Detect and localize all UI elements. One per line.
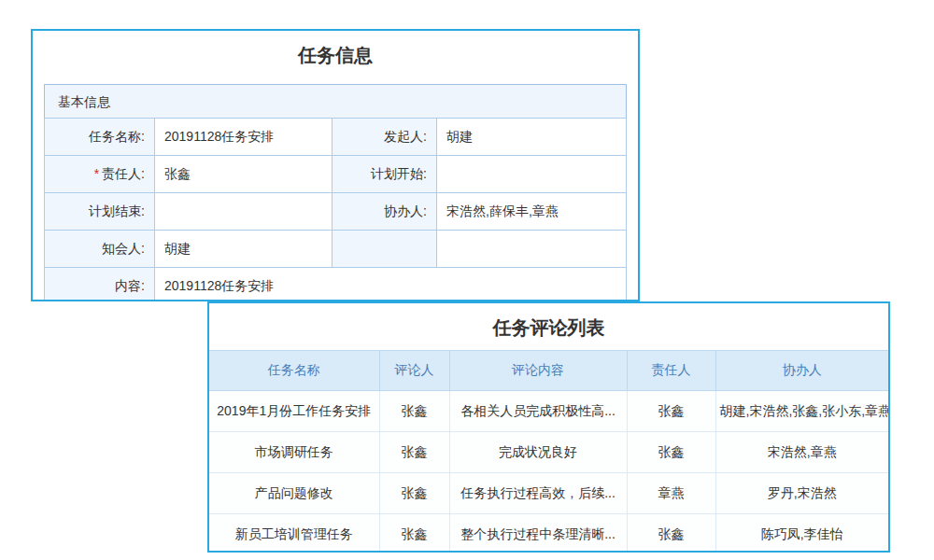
commenter-link[interactable]: 张鑫 [379,514,449,553]
assistants-text: 陈巧凤,李佳怡 [715,514,888,553]
basic-info-section-header: 基本信息 [44,84,627,119]
task-name-link[interactable]: 产品问题修改 [209,473,379,514]
assistants-text: 胡建,宋浩然,张鑫,张小东,章燕 [715,391,888,432]
commenter-link[interactable]: 张鑫 [379,391,449,432]
form-row-content: 内容: 20191128任务安排 [45,268,627,302]
form-row-task-name: 任务名称: 20191128任务安排 发起人: 胡建 [45,119,627,156]
task-info-panel: 任务信息 基本信息 任务名称: 20191128任务安排 发起人: 胡建 *责任… [31,29,640,301]
notify-value: 胡建 [155,231,333,268]
owner-label: *责任人: [45,156,155,193]
col-header-comment: 评论内容 [449,351,627,391]
comment-text: 整个执行过程中条理清晰... [449,514,627,553]
form-row-owner: *责任人: 张鑫 计划开始: [45,156,627,193]
content-label: 内容: [45,268,155,302]
comment-text: 完成状况良好 [449,432,627,473]
plan-end-value [155,193,333,231]
required-asterisk: * [94,166,99,181]
table-row: 产品问题修改 张鑫 任务执行过程高效，后续... 章燕 罗丹,宋浩然 [209,473,888,514]
task-comment-panel: 任务评论列表 任务名称 评论人 评论内容 责任人 协办人 2019年1月份工作任… [207,301,890,553]
comment-table-header-row: 任务名称 评论人 评论内容 责任人 协办人 [209,351,888,391]
assistants-text: 宋浩然,章燕 [715,432,888,473]
plan-start-label: 计划开始: [333,156,437,193]
initiator-value: 胡建 [437,119,627,156]
owner-label-text: 责任人: [102,166,145,181]
task-info-table: 任务名称: 20191128任务安排 发起人: 胡建 *责任人: 张鑫 计划开始… [44,118,627,301]
col-header-assistants: 协办人 [715,351,888,391]
empty-label-cell [333,231,437,268]
commenter-link[interactable]: 张鑫 [379,432,449,473]
form-row-notify: 知会人: 胡建 [45,231,627,268]
owner-link[interactable]: 张鑫 [627,432,715,473]
plan-start-value [437,156,627,193]
owner-link[interactable]: 张鑫 [627,514,715,553]
content-value: 20191128任务安排 [155,268,627,302]
task-name-link[interactable]: 2019年1月份工作任务安排 [209,391,379,432]
comment-text: 任务执行过程高效，后续... [449,473,627,514]
col-header-task-name: 任务名称 [209,351,379,391]
form-row-plan-end: 计划结束: 协办人: 宋浩然,薛保丰,章燕 [45,193,627,231]
col-header-owner: 责任人 [627,351,715,391]
table-row: 市场调研任务 张鑫 完成状况良好 张鑫 宋浩然,章燕 [209,432,888,473]
col-header-commenter: 评论人 [379,351,449,391]
task-name-link[interactable]: 新员工培训管理任务 [209,514,379,553]
owner-link[interactable]: 张鑫 [627,391,715,432]
task-comment-title: 任务评论列表 [209,303,888,343]
task-comment-table: 任务名称 评论人 评论内容 责任人 协办人 2019年1月份工作任务安排 张鑫 … [209,350,888,553]
assistant-value: 宋浩然,薛保丰,章燕 [437,193,627,231]
task-name-value: 20191128任务安排 [155,119,333,156]
owner-link[interactable]: 章燕 [627,473,715,514]
comment-text: 各相关人员完成积极性高... [449,391,627,432]
task-name-label: 任务名称: [45,119,155,156]
empty-value-cell [437,231,627,268]
assistants-text: 罗丹,宋浩然 [715,473,888,514]
assistant-label: 协办人: [333,193,437,231]
notify-label: 知会人: [45,231,155,268]
commenter-link[interactable]: 张鑫 [379,473,449,514]
task-info-title: 任务信息 [33,31,638,71]
plan-end-label: 计划结束: [45,193,155,231]
owner-value: 张鑫 [155,156,333,193]
task-info-form: 基本信息 任务名称: 20191128任务安排 发起人: 胡建 *责任人: 张鑫… [44,84,627,301]
table-row: 2019年1月份工作任务安排 张鑫 各相关人员完成积极性高... 张鑫 胡建,宋… [209,391,888,432]
table-row: 新员工培训管理任务 张鑫 整个执行过程中条理清晰... 张鑫 陈巧凤,李佳怡 [209,514,888,553]
task-name-link[interactable]: 市场调研任务 [209,432,379,473]
initiator-label: 发起人: [333,119,437,156]
